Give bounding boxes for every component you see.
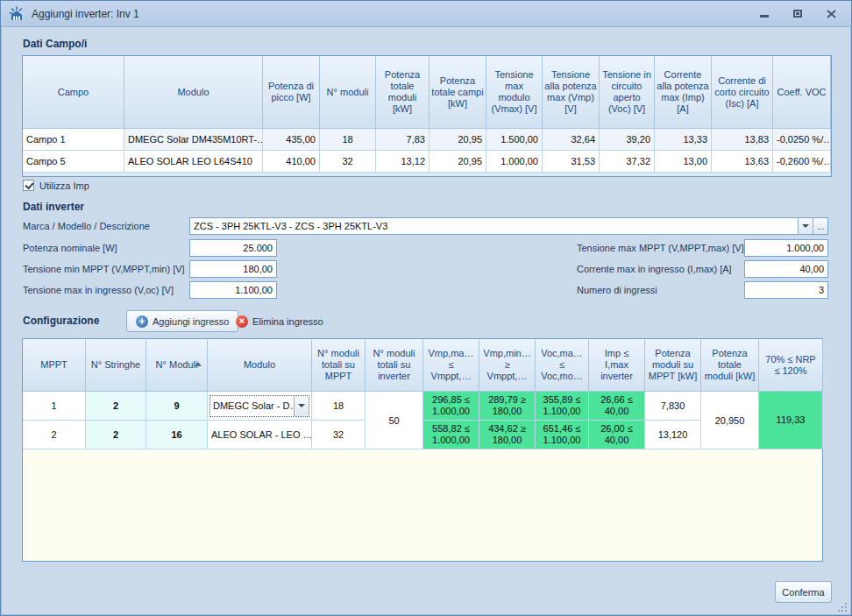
marca-combobox[interactable]: ZCS - 3PH 25KTL-V3 - ZCS - 3PH 25KTL-V3 … (189, 217, 828, 235)
column-header: N° moduli (320, 56, 376, 129)
table-cell: -0,0250 %/… (773, 129, 831, 151)
table-cell: 13,120 (645, 421, 701, 450)
column-header[interactable]: Vmp,min… ≥ Vmppt,… (479, 339, 536, 392)
table-cell: 7,830 (645, 392, 701, 421)
tensione-min-mppt-field[interactable]: 180,00 (189, 260, 277, 278)
column-header[interactable]: Potenza totale moduli [kW] (701, 339, 759, 392)
table-cell: 37,32 (600, 151, 655, 173)
solar-house-icon (8, 5, 25, 23)
corrente-max-ingresso-field[interactable]: 40,00 (744, 260, 828, 278)
table-cell[interactable]: Campo 5 (23, 151, 124, 173)
potenza-nominale-field[interactable]: 25.000 (189, 239, 277, 257)
table-cell: 39,20 (600, 129, 655, 151)
check-cell: 355,89 ≤ 1.100,00 (536, 392, 589, 421)
column-header[interactable]: Imp ≤ I,max inverter (589, 339, 645, 392)
section-title-inverter: Dati inverter (23, 201, 84, 213)
tensione-max-mppt-label: Tensione max MPPT (V,MPPT,max) [V] (577, 239, 744, 257)
table-cell: 1.500,00 (486, 129, 543, 151)
column-header: Tensione max modulo (Vmax) [V] (486, 56, 543, 129)
table-cell: 13,00 (655, 151, 712, 173)
marca-browse-button[interactable]: ... (813, 218, 827, 234)
utilizza-imp-checkbox[interactable] (23, 180, 34, 191)
section-title-campi: Dati Campo/i (23, 38, 87, 50)
resize-grip[interactable] (836, 601, 847, 612)
modulo-dropdown-button[interactable] (294, 396, 309, 416)
elimina-ingresso-button[interactable]: × Elimina ingresso (236, 310, 323, 332)
minimize-button[interactable] (758, 9, 770, 19)
section-title-configurazione: Configurazione (23, 315, 99, 327)
check-cell: 651,46 ≤ 1.100,00 (536, 421, 589, 450)
column-header-sorted[interactable]: N° Moduli (146, 339, 208, 392)
tensione-min-mppt-label: Tensione min MPPT (V,MPPT,min) [V] (23, 260, 185, 278)
column-header[interactable]: N° Stringhe (86, 339, 146, 392)
moduli-cell[interactable]: 16 (146, 421, 208, 450)
column-header[interactable]: MPPT (23, 339, 86, 392)
utilizza-imp-label: Utilizza Imp (39, 181, 89, 191)
modulo-cell[interactable]: ALEO SOLAR - LEO … (208, 421, 312, 450)
column-header: Tensione alla potenza max (Vmp) [V] (543, 56, 600, 129)
stringhe-cell[interactable]: 2 (86, 421, 146, 450)
check-cell: 26,66 ≤ 40,00 (589, 392, 645, 421)
table-cell: 31,53 (543, 151, 600, 173)
table-cell: 2 (23, 421, 86, 450)
tensione-max-ingresso-field[interactable]: 1.100,00 (189, 281, 277, 299)
table-cell: 13,12 (376, 151, 430, 173)
modulo-combobox[interactable]: DMEGC Solar - D… (209, 395, 309, 417)
table-cell: 13,63 (712, 151, 773, 173)
utilizza-imp-row: Utilizza Imp (23, 180, 89, 191)
check-cell: 26,00 ≤ 40,00 (589, 421, 645, 450)
column-header[interactable]: 70% ≤ NRP ≤ 120% (759, 339, 823, 392)
marca-value: ZCS - 3PH 25KTL-V3 - ZCS - 3PH 25KTL-V3 (190, 221, 798, 231)
window-title: Aggiungi inverter: Inv 1 (32, 8, 139, 20)
table-cell: 410,00 (263, 151, 320, 173)
table-cell: 18 (312, 392, 366, 421)
maximize-button[interactable] (792, 9, 804, 19)
column-header-label: N° Moduli (156, 359, 198, 371)
table-cell[interactable]: Campo 1 (23, 129, 124, 151)
table-cell: 13,33 (655, 129, 712, 151)
tensione-max-ingresso-label: Tensione max in ingresso (V,oc) [V] (23, 281, 174, 299)
marca-label: Marca / Modello / Descrizione (23, 217, 150, 235)
corrente-max-ingresso-label: Corrente max in ingresso (I,max) [A] (577, 260, 732, 278)
column-header: Campo (23, 56, 124, 129)
table-cell[interactable]: DMEGC Solar DM435M10RT-… (124, 129, 263, 151)
title-bar[interactable]: Aggiungi inverter: Inv 1 (1, 1, 851, 27)
table-cell: 20,95 (430, 129, 486, 151)
aggiungi-ingresso-label: Aggiungi ingresso (153, 316, 229, 327)
table-cell-merged: 20,950 (701, 392, 759, 450)
column-header[interactable]: Modulo (208, 339, 312, 392)
close-button[interactable] (825, 9, 837, 19)
numero-ingressi-label: Numero di ingressi (577, 281, 657, 299)
column-header[interactable]: Voc,ma… ≤ Voc,mo… (536, 339, 589, 392)
column-header[interactable]: Potenza moduli su MPPT [kW] (645, 339, 701, 392)
maximize-icon (793, 10, 802, 18)
check-cell: 296,85 ≤ 1.000,00 (423, 392, 479, 421)
check-cell: 558,82 ≤ 1.000,00 (423, 421, 479, 450)
marca-dropdown-button[interactable] (798, 218, 813, 234)
column-header[interactable]: N° moduli totali su MPPT (312, 339, 366, 392)
column-header: Coeff. VOC (773, 56, 831, 129)
chevron-down-icon (298, 404, 305, 407)
column-header[interactable]: Vmp,ma… ≤ Vmppt,… (423, 339, 479, 392)
table-filler (23, 173, 831, 176)
column-header: Corrente di corto circuito (Isc) [A] (712, 56, 773, 129)
column-header: Tensione in circuito aperto (Voc) [V] (600, 56, 655, 129)
table-cell[interactable]: ALEO SOLAR LEO L64S410 (124, 151, 263, 173)
modulo-value: DMEGC Solar - D… (210, 400, 294, 411)
delete-circle-icon: × (236, 315, 248, 328)
nrp-cell: 119,33 (759, 392, 823, 450)
stringhe-cell[interactable]: 2 (86, 392, 146, 421)
elimina-ingresso-label: Elimina ingresso (252, 316, 323, 327)
table-cell: 32,64 (543, 129, 600, 151)
aggiungi-ingresso-button[interactable]: + Aggiungi ingresso (126, 310, 238, 332)
modulo-cell[interactable]: DMEGC Solar - D… (208, 392, 312, 421)
table-cell: 1.000,00 (486, 151, 543, 173)
moduli-cell[interactable]: 9 (146, 392, 208, 421)
numero-ingressi-field[interactable]: 3 (744, 281, 828, 299)
column-header[interactable]: N° moduli totali su inverter (366, 339, 423, 392)
tensione-max-mppt-field[interactable]: 1.000,00 (744, 239, 828, 257)
column-header: Potenza totale campi [kW] (430, 56, 486, 129)
dialog-window: Aggiungi inverter: Inv 1 Dati Campo/i Ca… (0, 0, 852, 616)
campi-table: Campo Modulo Potenza di picco [W] N° mod… (22, 55, 832, 177)
conferma-button[interactable]: Conferma (775, 581, 832, 603)
